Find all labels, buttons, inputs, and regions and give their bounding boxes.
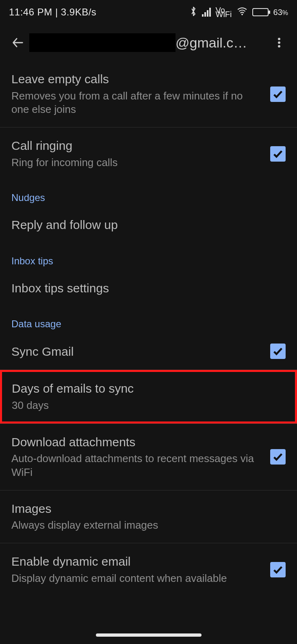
setting-reply-follow-up[interactable]: Reply and follow up [0,207,297,243]
setting-title: Download attachments [11,434,262,450]
check-icon [272,346,284,357]
checkbox-sync-gmail[interactable] [270,344,286,359]
signal-icon [202,8,211,17]
checkbox-call-ringing[interactable] [270,146,286,162]
settings-list: Leave empty calls Removes you from a cal… [0,61,297,596]
overflow-menu-button[interactable] [268,31,290,54]
setting-subtitle: Auto-download attachments to recent mess… [11,452,262,480]
check-icon [272,148,284,160]
more-vert-icon [278,37,280,49]
setting-download-attachments[interactable]: Download attachments Auto-download attac… [0,424,297,490]
setting-dynamic-email[interactable]: Enable dynamic email Display dynamic ema… [0,543,297,596]
back-button[interactable] [7,31,29,54]
page-title-suffix: @gmail.c… [176,35,247,51]
setting-title: Reply and follow up [11,217,277,233]
setting-title: Call ringing [11,138,262,153]
checkbox-leave-empty-calls[interactable] [270,86,286,102]
svg-point-0 [241,13,243,15]
arrow-left-icon [11,36,25,50]
setting-title: Inbox tips settings [11,281,277,296]
bluetooth-icon [190,6,197,19]
battery-text: 63% [273,8,288,17]
setting-subtitle: Ring for incoming calls [11,156,262,170]
setting-subtitle: Display dynamic email content when avail… [11,572,262,586]
section-nudges: Nudges [0,180,297,207]
wifi-icon [237,7,247,18]
setting-title: Enable dynamic email [11,554,262,569]
setting-subtitle: Always display external images [11,519,277,532]
app-bar: @gmail.c… [0,24,297,61]
status-icons: VoWiFi 63% [190,6,288,19]
checkbox-dynamic-email[interactable] [270,562,286,577]
section-data-usage: Data usage [0,306,297,333]
page-title: @gmail.c… [29,33,268,52]
section-inbox-tips: Inbox tips [0,243,297,270]
setting-days-to-sync[interactable]: Days of emails to sync 30 days [2,372,295,421]
redacted-email [29,33,176,52]
annotation-highlight: Days of emails to sync 30 days [0,370,297,423]
status-bar: 11:46 PM | 3.9KB/s VoWiFi 63% [0,0,297,24]
nav-bar-handle[interactable] [96,633,202,637]
setting-subtitle: 30 days [12,399,277,413]
setting-title: Sync Gmail [11,344,262,359]
setting-inbox-tips-settings[interactable]: Inbox tips settings [0,270,297,307]
status-time: 11:46 PM | 3.9KB/s [9,6,96,18]
check-icon [272,564,284,575]
setting-title: Images [11,501,277,516]
setting-leave-empty-calls[interactable]: Leave empty calls Removes you from a cal… [0,61,297,127]
setting-subtitle: Removes you from a call after a few minu… [11,89,262,117]
battery-icon [252,8,269,16]
setting-images[interactable]: Images Always display external images [0,491,297,543]
check-icon [272,451,284,462]
setting-call-ringing[interactable]: Call ringing Ring for incoming calls [0,128,297,180]
setting-sync-gmail[interactable]: Sync Gmail [0,333,297,370]
setting-title: Days of emails to sync [12,381,277,396]
vowifi-icon: VoWiFi [216,8,232,16]
checkbox-download-attachments[interactable] [270,449,286,465]
check-icon [272,89,284,100]
setting-title: Leave empty calls [11,71,262,87]
